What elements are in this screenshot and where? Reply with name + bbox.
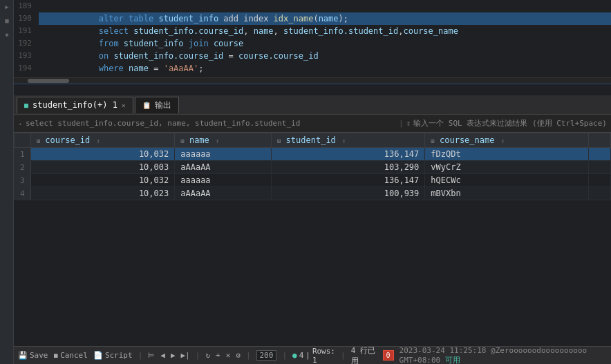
cell-student_id-1: 136,147	[271, 148, 424, 161]
nav-first-icon: ⊨	[148, 351, 155, 360]
delete-item[interactable]: ✕	[226, 351, 231, 360]
tab-label-output: 输出	[155, 99, 171, 111]
cell-course_name-4: mBVXbn	[425, 187, 588, 200]
col-header-course-id[interactable]: ⊞ course_id ↕	[30, 133, 175, 148]
user-info: @Zeroooooodoooooooooo	[491, 346, 587, 355]
sep-3: |	[246, 351, 251, 360]
col-header-student-id[interactable]: ⊞ student_id ↕	[271, 133, 424, 148]
cell-student_id-2: 103,290	[271, 161, 424, 174]
code-area: 189 190 191 192 193 194 195 alter table …	[14, 0, 611, 77]
table-row[interactable]: 110,032aaaaaa136,147fDzQDt	[15, 148, 611, 161]
cell-empty-1	[588, 148, 610, 161]
cell-name-2: aAAaAA	[175, 161, 272, 174]
code-line-189: alter table student_info add index idx_n…	[39, 0, 611, 12]
results-table-container[interactable]: ⊞ course_id ↕ ⊞ name ↕ ⊞ student_id	[14, 133, 611, 346]
nav-first[interactable]: ⊨	[148, 351, 155, 360]
cell-student_id-3: 136,147	[271, 174, 424, 187]
cell-name-3: aaaaaa	[175, 174, 272, 187]
tab-close-icon[interactable]: ✕	[122, 102, 126, 109]
col-header-empty	[588, 133, 610, 148]
nav-last-icon: ▶|	[181, 351, 190, 360]
script-item[interactable]: 📄 Script	[93, 351, 133, 360]
editor-scrollbar[interactable]	[14, 77, 611, 83]
gutter-icon-2: ■	[0, 14, 14, 28]
col-sort-icon-2[interactable]: ↕	[216, 137, 219, 144]
col-label-student-id: student_id	[286, 135, 336, 145]
row-num-header	[15, 133, 31, 148]
col-header-course-name[interactable]: ⊞ course_name ↕	[425, 133, 588, 148]
sql-input-bar: ⬩ select student_info.course_id, name, s…	[14, 115, 611, 133]
col-sort-icon[interactable]: ↕	[97, 137, 100, 144]
cell-course_id-4: 10,023	[30, 187, 175, 200]
left-gutter: ▶ ■ ◆	[0, 0, 14, 364]
col-sort-icon-3[interactable]: ↕	[342, 137, 346, 144]
sql-hint-text: 输入一个 SQL 表达式来过滤结果 (使用 Ctrl+Space)	[413, 118, 607, 128]
script-label: Script	[105, 351, 133, 360]
table-row[interactable]: 210,003aAAaAA103,290vWyCrZ	[15, 161, 611, 174]
table-row[interactable]: 310,032aaaaaa136,147hQECWc	[15, 174, 611, 187]
timezone-info: GMT+08:00	[400, 356, 441, 365]
sep-5: |	[341, 351, 346, 360]
rows-label-2: Rows: 1	[312, 347, 335, 365]
settings-item[interactable]: ⚙	[236, 351, 241, 360]
col-prefix-icon-3: ⊞	[277, 137, 281, 144]
cancel-item[interactable]: ◼ Cancel	[54, 351, 88, 360]
cell-course_id-3: 10,032	[30, 174, 175, 187]
sql-preview-text: select student_info.course_id, name, stu…	[26, 119, 396, 128]
tab-output-icon: 📋	[142, 102, 151, 109]
line-numbers: 189 190 191 192 193 194 195	[14, 0, 36, 77]
add-item[interactable]: +	[216, 351, 220, 360]
zero-label: 0	[386, 352, 391, 359]
col-label-course-name: course_name	[440, 135, 494, 145]
col-prefix-icon-4: ⊞	[431, 137, 434, 144]
nav-prev-icon: ◀	[160, 351, 165, 360]
table-row[interactable]: 410,023aAAaAA100,939mBVXbn	[15, 187, 611, 200]
cancel-label: Cancel	[60, 351, 88, 360]
table-body: 110,032aaaaaa136,147fDzQDt210,003aAAaAA1…	[15, 148, 611, 200]
code-editor: 189 190 191 192 193 194 195 alter table …	[14, 0, 611, 95]
col-prefix-icon-2: ⊞	[180, 137, 184, 144]
time-display: 2023-03-24 11:25:18	[400, 346, 487, 355]
limit-item[interactable]: 200	[256, 350, 277, 361]
delete-icon: ✕	[226, 351, 231, 360]
nav-next[interactable]: ▶	[171, 351, 176, 360]
gutter-icon-1: ▶	[0, 0, 14, 14]
row-number-3: 3	[15, 174, 31, 187]
table-header-row: ⊞ course_id ↕ ⊞ name ↕ ⊞ student_id	[15, 133, 611, 148]
zero-button[interactable]: 0	[383, 350, 394, 361]
gutter-icon-3: ◆	[0, 28, 14, 41]
tab-output[interactable]: 📋 输出	[135, 97, 179, 113]
right-content: 189 190 191 192 193 194 195 alter table …	[14, 0, 611, 364]
editor-scrollbar-thumb[interactable]	[28, 79, 69, 83]
cell-empty-4	[588, 187, 610, 200]
row-info: 4 行已用	[351, 345, 377, 365]
ok-label: 可用	[445, 356, 460, 365]
cell-name-1: aaaaaa	[175, 148, 272, 161]
nav-prev[interactable]: ◀	[160, 351, 165, 360]
limit-value[interactable]: 200	[256, 350, 277, 361]
status-bar: 💾 Save ◼ Cancel 📄 Script | ⊨ ◀ ▶ ▶|	[14, 346, 611, 364]
script-icon: 📄	[93, 351, 103, 360]
col-header-name[interactable]: ⊞ name ↕	[175, 133, 272, 148]
tab-label-student-info: student_info(+) 1	[32, 100, 118, 110]
cell-student_id-4: 100,939	[271, 187, 424, 200]
save-label: Save	[30, 351, 48, 360]
col-sort-icon-4[interactable]: ↕	[501, 137, 505, 144]
results-table: ⊞ course_id ↕ ⊞ name ↕ ⊞ student_id	[14, 133, 611, 200]
cell-course_id-1: 10,032	[30, 148, 175, 161]
row-number-4: 4	[15, 187, 31, 200]
app-container: ▶ ■ ◆ 189 190 191 192 193 194 195 alter …	[0, 0, 611, 364]
cell-course_name-2: vWyCrZ	[425, 161, 588, 174]
tab-bar: ■ student_info(+) 1 ✕ 📋 输出	[14, 95, 611, 115]
row-number-1: 1	[15, 148, 31, 161]
tab-student-info[interactable]: ■ student_info(+) 1 ✕	[17, 97, 133, 113]
row-number-2: 2	[15, 161, 31, 174]
nav-last[interactable]: ▶|	[181, 351, 190, 360]
save-item[interactable]: 💾 Save	[18, 351, 48, 360]
sep-1: |	[138, 351, 143, 360]
scroll-indicator	[14, 84, 611, 84]
sort-icon-1: ↕	[406, 119, 411, 128]
cell-empty-3	[588, 174, 610, 187]
refresh-item[interactable]: ↻	[205, 351, 210, 360]
code-content[interactable]: alter table student_info add index idx_n…	[36, 0, 611, 77]
